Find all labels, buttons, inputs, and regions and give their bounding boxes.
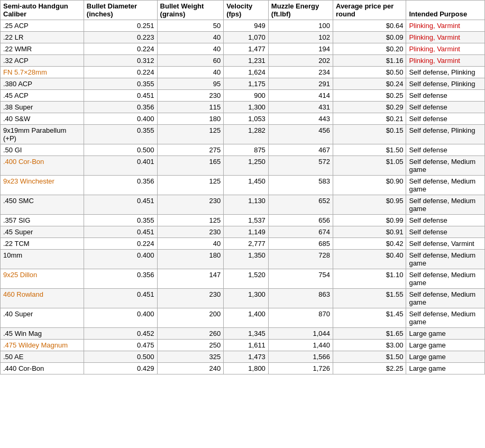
- table-row: .380 ACP0.355951,175291$0.24Self defense…: [1, 78, 485, 90]
- cell-velocity: 1,624: [224, 67, 269, 78]
- table-row: .357 SIG0.3551251,537656$0.99Self defens…: [1, 215, 485, 226]
- cell-velocity: 1,231: [224, 55, 269, 67]
- table-row: 460 Rowland0.4512301,300863$1.55Self def…: [1, 289, 485, 308]
- cell-purpose: Self defense: [406, 215, 485, 226]
- cell-caliber: .22 WMR: [1, 43, 84, 55]
- table-row: .50 AE0.5003251,4731,566$1.50Large game: [1, 351, 485, 363]
- cell-weight: 95: [157, 78, 224, 90]
- cell-purpose: Large game: [406, 340, 485, 351]
- cell-weight: 250: [157, 340, 224, 351]
- cell-diameter: 0.356: [84, 269, 157, 289]
- cell-price: $0.25: [333, 90, 406, 102]
- cell-purpose: Plinking, Varmint: [406, 55, 485, 67]
- cell-price: $0.42: [333, 238, 406, 250]
- cell-diameter: 0.312: [84, 55, 157, 67]
- header-velocity: Velocity (fps): [224, 1, 269, 20]
- cell-price: $0.50: [333, 67, 406, 78]
- cell-weight: 230: [157, 289, 224, 308]
- cell-velocity: 2,777: [224, 238, 269, 250]
- cell-purpose: Self defense: [406, 90, 485, 102]
- cell-velocity: 1,520: [224, 269, 269, 289]
- cell-weight: 275: [157, 144, 224, 156]
- cell-diameter: 0.451: [84, 226, 157, 238]
- cell-energy: 572: [268, 156, 333, 176]
- cell-diameter: 0.500: [84, 144, 157, 156]
- table-row: .32 ACP0.312601,231202$1.16Plinking, Var…: [1, 55, 485, 67]
- cell-caliber: 9x25 Dillon: [1, 269, 84, 289]
- table-row: .50 GI0.500275875467$1.50Self defense: [1, 144, 485, 156]
- cell-velocity: 1,149: [224, 226, 269, 238]
- cell-purpose: Plinking, Varmint: [406, 20, 485, 32]
- table-row: .40 Super0.4002001,400870$1.45Self defen…: [1, 308, 485, 328]
- cell-velocity: 949: [224, 20, 269, 32]
- cell-velocity: 1,537: [224, 215, 269, 226]
- cell-weight: 40: [157, 238, 224, 250]
- cell-weight: 125: [157, 125, 224, 144]
- cell-weight: 180: [157, 250, 224, 269]
- cell-price: $0.99: [333, 215, 406, 226]
- table-row: 9x23 Winchester0.3561251,450583$0.90Self…: [1, 176, 485, 195]
- cell-weight: 325: [157, 351, 224, 363]
- cell-purpose: Self defense, Plinking: [406, 125, 485, 144]
- cell-energy: 652: [268, 195, 333, 215]
- cell-price: $0.91: [333, 226, 406, 238]
- cell-velocity: 1,800: [224, 363, 269, 374]
- cell-diameter: 0.400: [84, 250, 157, 269]
- cell-caliber: .45 ACP: [1, 90, 84, 102]
- table-row: .45 Super0.4512301,149674$0.91Self defen…: [1, 226, 485, 238]
- cell-velocity: 1,300: [224, 289, 269, 308]
- cell-price: $0.40: [333, 250, 406, 269]
- cell-purpose: Self defense, Medium game: [406, 176, 485, 195]
- cell-weight: 230: [157, 90, 224, 102]
- cell-purpose: Self defense, Medium game: [406, 269, 485, 289]
- cell-energy: 234: [268, 67, 333, 78]
- table-row: .22 WMR0.224401,477194$0.20Plinking, Var…: [1, 43, 485, 55]
- cell-caliber: .400 Cor-Bon: [1, 156, 84, 176]
- cell-purpose: Large game: [406, 328, 485, 340]
- cell-diameter: 0.355: [84, 125, 157, 144]
- cell-price: $1.65: [333, 328, 406, 340]
- cell-energy: 414: [268, 90, 333, 102]
- cell-velocity: 900: [224, 90, 269, 102]
- cell-caliber: 460 Rowland: [1, 289, 84, 308]
- cell-diameter: 0.356: [84, 102, 157, 113]
- cell-caliber: .50 GI: [1, 144, 84, 156]
- header-diameter: Bullet Diameter (inches): [84, 1, 157, 20]
- cell-energy: 1,044: [268, 328, 333, 340]
- cell-price: $1.55: [333, 289, 406, 308]
- cell-energy: 291: [268, 78, 333, 90]
- cell-energy: 870: [268, 308, 333, 328]
- cell-price: $0.90: [333, 176, 406, 195]
- table-row: FN 5.7×28mm0.224401,624234$0.50Self defe…: [1, 67, 485, 78]
- cell-weight: 180: [157, 113, 224, 125]
- cell-purpose: Large game: [406, 363, 485, 374]
- cell-caliber: FN 5.7×28mm: [1, 67, 84, 78]
- cell-velocity: 1,053: [224, 113, 269, 125]
- cell-weight: 230: [157, 195, 224, 215]
- table-row: .45 ACP0.451230900414$0.25Self defense: [1, 90, 485, 102]
- cell-velocity: 1,611: [224, 340, 269, 351]
- cell-diameter: 0.224: [84, 238, 157, 250]
- table-row: 9x19mm Parabellum (+P)0.3551251,282456$0…: [1, 125, 485, 144]
- cell-purpose: Self defense, Medium game: [406, 308, 485, 328]
- cell-energy: 431: [268, 102, 333, 113]
- cell-diameter: 0.452: [84, 328, 157, 340]
- cell-energy: 674: [268, 226, 333, 238]
- cell-energy: 443: [268, 113, 333, 125]
- cell-price: $2.25: [333, 363, 406, 374]
- cell-diameter: 0.251: [84, 20, 157, 32]
- table-row: .45 Win Mag0.4522601,3451,044$1.65Large …: [1, 328, 485, 340]
- cell-energy: 583: [268, 176, 333, 195]
- cell-weight: 125: [157, 215, 224, 226]
- cell-diameter: 0.356: [84, 176, 157, 195]
- cell-energy: 456: [268, 125, 333, 144]
- cell-velocity: 1,250: [224, 156, 269, 176]
- cell-weight: 230: [157, 226, 224, 238]
- table-row: .22 TCM0.224402,777685$0.42Self defense,…: [1, 238, 485, 250]
- cell-weight: 165: [157, 156, 224, 176]
- cell-purpose: Plinking, Varmint: [406, 32, 485, 43]
- table-row: 9x25 Dillon0.3561471,520754$1.10Self def…: [1, 269, 485, 289]
- cell-velocity: 1,477: [224, 43, 269, 55]
- cell-price: $0.64: [333, 20, 406, 32]
- cell-caliber: .380 ACP: [1, 78, 84, 90]
